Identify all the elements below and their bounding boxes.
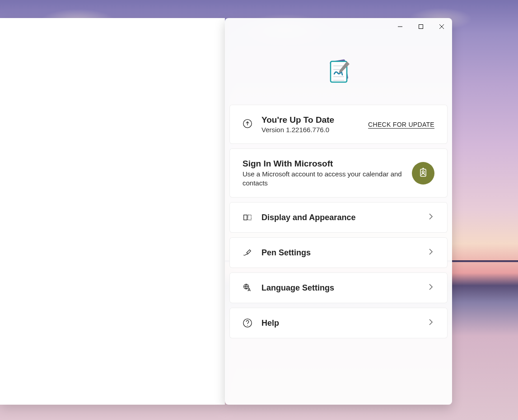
svg-point-16 bbox=[243, 319, 252, 327]
settings-window: You're Up To Date Version 1.22166.776.0 … bbox=[225, 18, 452, 405]
signin-badge bbox=[412, 162, 434, 185]
update-arrow-icon bbox=[243, 119, 252, 130]
check-for-update-link[interactable]: CHECK FOR UPDATE bbox=[368, 121, 434, 128]
background-window-blank bbox=[0, 18, 225, 405]
chevron-right-icon bbox=[427, 213, 434, 222]
nav-pen-label: Pen Settings bbox=[261, 248, 418, 258]
nav-help[interactable]: Help bbox=[229, 308, 448, 338]
minimize-button[interactable] bbox=[390, 18, 411, 35]
update-version-text: Version 1.22166.776.0 bbox=[261, 126, 359, 134]
signin-description: Use a Microsoft account to access your c… bbox=[243, 170, 404, 187]
maximize-button[interactable] bbox=[411, 18, 431, 35]
chevron-right-icon bbox=[427, 283, 434, 292]
settings-scroll-area: You're Up To Date Version 1.22166.776.0 … bbox=[225, 35, 452, 405]
pen-icon bbox=[243, 248, 252, 258]
nav-display-appearance[interactable]: Display and Appearance bbox=[229, 202, 448, 233]
chevron-right-icon bbox=[427, 318, 434, 328]
app-logo-block bbox=[229, 35, 448, 105]
nav-display-label: Display and Appearance bbox=[261, 213, 418, 222]
chevron-right-icon bbox=[427, 248, 434, 257]
nav-language-settings[interactable]: Language Settings bbox=[229, 272, 448, 303]
svg-rect-1 bbox=[419, 25, 423, 29]
nav-language-label: Language Settings bbox=[261, 283, 418, 293]
journal-app-icon bbox=[324, 58, 353, 87]
signin-card[interactable]: Sign In With Microsoft Use a Microsoft a… bbox=[229, 148, 448, 198]
nav-help-label: Help bbox=[261, 318, 418, 328]
window-titlebar bbox=[225, 18, 452, 35]
svg-rect-13 bbox=[244, 215, 247, 220]
svg-point-12 bbox=[422, 171, 425, 173]
help-icon bbox=[243, 318, 252, 328]
update-status-card: You're Up To Date Version 1.22166.776.0 … bbox=[229, 105, 448, 144]
display-icon bbox=[243, 212, 252, 222]
svg-rect-14 bbox=[248, 215, 251, 220]
svg-point-17 bbox=[247, 325, 247, 326]
update-status-title: You're Up To Date bbox=[261, 115, 359, 125]
close-button[interactable] bbox=[431, 18, 452, 35]
language-icon bbox=[243, 283, 252, 293]
nav-pen-settings[interactable]: Pen Settings bbox=[229, 237, 448, 268]
account-badge-icon bbox=[418, 167, 429, 180]
signin-title: Sign In With Microsoft bbox=[243, 159, 404, 169]
